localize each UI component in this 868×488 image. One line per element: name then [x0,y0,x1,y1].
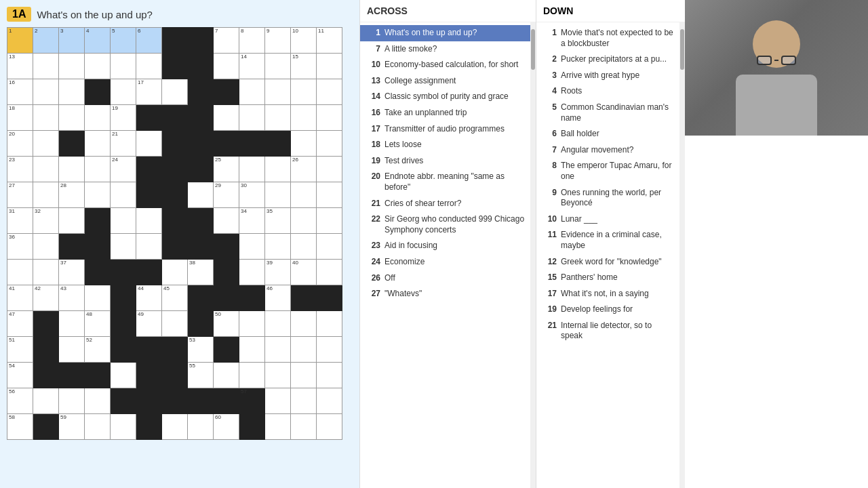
cell-3-1[interactable] [33,105,59,131]
cell-extra0-2[interactable] [59,388,85,414]
cell-7-8[interactable] [214,208,239,234]
across-scrollbar[interactable] [530,22,536,488]
cell-7-3[interactable] [85,208,111,234]
cell-2-0[interactable]: 16 [7,79,33,105]
cell-13-7[interactable]: 55 [188,363,214,388]
cell-8-4[interactable] [111,234,136,260]
cell-extra0-8[interactable] [214,388,239,414]
across-clue-24[interactable]: 24Economize [360,254,530,270]
cell-13-10[interactable] [265,363,291,388]
cell-5-5[interactable] [136,157,162,182]
cell-7-11[interactable] [291,208,317,234]
down-clue-10[interactable]: 10Lunar ___ [536,211,679,228]
cell-5-4[interactable]: 24 [111,157,136,182]
cell-5-3[interactable] [85,157,111,182]
cell-12-8[interactable] [214,337,239,363]
cell-13-11[interactable] [291,363,317,388]
across-clue-1[interactable]: 1What's on the up and up? [360,25,530,41]
cell-2-12[interactable] [317,79,342,105]
cell-12-6[interactable] [162,337,188,363]
cell-4-7[interactable] [188,131,214,157]
down-clue-2[interactable]: 2Pucker precipitators at a pu... [536,52,679,68]
cell-extra1-8[interactable]: 60 [214,414,239,440]
cell-8-7[interactable] [188,234,214,260]
cell-13-3[interactable] [85,363,111,388]
cell-extra0-7[interactable] [188,388,214,414]
cell-0-11[interactable]: 10 [291,28,317,54]
cell-extra1-12[interactable] [317,414,342,440]
cell-12-4[interactable] [111,337,136,363]
cell-13-4[interactable] [111,363,136,388]
cell-4-5[interactable] [136,131,162,157]
across-scroll-thumb[interactable] [531,29,535,70]
cell-8-12[interactable] [317,234,342,260]
cell-1-11[interactable]: 15 [291,54,317,79]
cell-1-10[interactable] [265,54,291,79]
cell-9-0[interactable] [7,260,33,285]
cell-6-11[interactable] [291,182,317,208]
cell-9-1[interactable] [33,260,59,285]
cell-8-1[interactable] [33,234,59,260]
cell-3-11[interactable] [291,105,317,131]
cell-2-5[interactable]: 17 [136,79,162,105]
cell-0-10[interactable]: 9 [265,28,291,54]
cell-10-1[interactable]: 42 [33,285,59,311]
cell-4-0[interactable]: 20 [7,131,33,157]
across-clue-19[interactable]: 19Test drives [360,153,530,169]
cell-0-8[interactable]: 7 [214,28,239,54]
across-clue-10[interactable]: 10Economy-based calculation, for short [360,57,530,73]
cell-7-2[interactable] [59,208,85,234]
cell-3-8[interactable] [214,105,239,131]
cell-7-7[interactable] [188,208,214,234]
cell-9-11[interactable]: 40 [291,260,317,285]
cell-4-10[interactable] [265,131,291,157]
cell-10-10[interactable]: 46 [265,285,291,311]
down-clue-17[interactable]: 17What it's not, in a saying [536,286,679,302]
cell-12-2[interactable] [59,337,85,363]
cell-12-0[interactable]: 51 [7,337,33,363]
cell-9-12[interactable] [317,260,342,285]
cell-1-2[interactable] [59,54,85,79]
cell-2-8[interactable] [214,79,239,105]
across-clue-20[interactable]: 20Endnote abbr. meaning "same as before" [360,169,530,195]
down-clue-21[interactable]: 21Internal lie detector, so to speak [536,318,679,344]
cell-11-10[interactable] [265,311,291,337]
cell-5-6[interactable] [162,157,188,182]
cell-4-12[interactable] [317,131,342,157]
cell-5-2[interactable] [59,157,85,182]
across-clue-27[interactable]: 27"Whatevs" [360,286,530,302]
cell-6-7[interactable] [188,182,214,208]
across-clue-22[interactable]: 22Sir Georg who conducted 999 Chicago Sy… [360,211,530,238]
cell-10-5[interactable]: 44 [136,285,162,311]
cell-3-2[interactable] [59,105,85,131]
cell-6-10[interactable] [265,182,291,208]
cell-12-11[interactable] [291,337,317,363]
cell-11-0[interactable]: 47 [7,311,33,337]
cell-extra0-10[interactable] [265,388,291,414]
cell-10-7[interactable] [188,285,214,311]
cell-4-6[interactable] [162,131,188,157]
cell-7-0[interactable]: 31 [7,208,33,234]
cell-1-7[interactable] [188,54,214,79]
cell-7-4[interactable] [111,208,136,234]
cell-12-12[interactable] [317,337,342,363]
cell-9-9[interactable] [239,260,265,285]
cell-10-6[interactable]: 45 [162,285,188,311]
cell-11-1[interactable] [33,311,59,337]
cell-6-0[interactable]: 27 [7,182,33,208]
down-clue-11[interactable]: 11Evidence in a criminal case, maybe [536,227,679,253]
down-clue-9[interactable]: 9Ones running the world, per Beyoncé [536,185,679,211]
cell-7-10[interactable]: 35 [265,208,291,234]
cell-0-6[interactable] [162,28,188,54]
cell-4-2[interactable] [59,131,85,157]
across-clue-26[interactable]: 26Off [360,270,530,287]
cell-4-3[interactable] [85,131,111,157]
cell-5-8[interactable]: 25 [214,157,239,182]
cell-6-3[interactable] [85,182,111,208]
cell-11-2[interactable] [59,311,85,337]
down-clue-8[interactable]: 8The emperor Tupac Amaru, for one [536,158,679,184]
cell-5-1[interactable] [33,157,59,182]
cell-2-3[interactable] [85,79,111,105]
cell-12-5[interactable] [136,337,162,363]
cell-5-12[interactable] [317,157,342,182]
